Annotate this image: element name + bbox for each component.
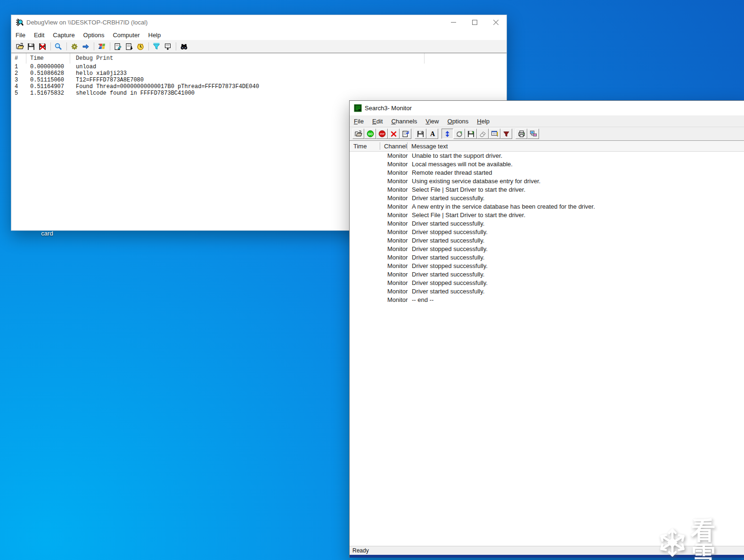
search3-menu-item[interactable]: Options (443, 115, 473, 127)
monitor-message-row[interactable]: Monitor Driver started successfully. (350, 219, 744, 228)
column-header-channel[interactable]: Channel (380, 142, 408, 150)
log-row-text: T12=FFFFD7873A8E7080 (70, 77, 425, 83)
column-header-message[interactable]: Message text (408, 143, 744, 150)
autoscroll-icon[interactable] (124, 42, 134, 51)
debugview-menu-item[interactable]: Computer (108, 30, 144, 40)
debugview-log-row[interactable]: 2 0.51086628 hello xia0ji233 (11, 70, 507, 77)
monitor-message-row[interactable]: Monitor Driver started successfully. (350, 287, 744, 296)
zoom-icon[interactable] (54, 42, 63, 51)
debugview-menu-item[interactable]: File (11, 30, 30, 40)
save-icon[interactable] (26, 42, 36, 51)
message-time (350, 203, 380, 211)
message-text: Driver stopped successfully. (408, 262, 744, 270)
open-icon[interactable] (15, 42, 25, 51)
message-channel: Monitor (380, 245, 408, 253)
refresh-query-icon[interactable]: ? (453, 129, 465, 139)
search3-menu-item[interactable]: View (421, 115, 443, 127)
message-channel: Monitor (380, 169, 408, 177)
debugview-log-row[interactable]: 1 0.00000000 unload (11, 64, 507, 70)
debugview-log-row[interactable]: 5 1.51675832 shellcode found in FFFFD787… (11, 90, 507, 97)
message-channel: Monitor (380, 219, 408, 228)
monitor-message-row[interactable]: Monitor -- end -- (350, 296, 744, 304)
column-header-time[interactable]: Time (350, 142, 380, 150)
save-icon[interactable] (415, 129, 426, 139)
log-row-num: 1 (11, 64, 26, 70)
status-text: Ready (352, 547, 369, 554)
close-button[interactable] (485, 15, 507, 30)
highlight-filter-icon[interactable] (163, 42, 172, 51)
debugview-log-row[interactable]: 4 0.51164907 Found Thread=00000000000017… (11, 83, 507, 90)
svg-text:GO: GO (368, 132, 373, 136)
debugview-titlebar[interactable]: DebugView on \\DESKTOP-CRBH7ID (local) (11, 15, 507, 30)
svg-text:?: ? (460, 130, 462, 135)
comment-icon[interactable] (113, 42, 123, 51)
monitor-message-row[interactable]: Monitor Driver started successfully. (350, 194, 744, 203)
snowflake-icon (658, 528, 687, 557)
desktop-icon-label-card[interactable]: card (32, 230, 62, 237)
find-icon[interactable] (179, 42, 188, 51)
monitor-message-row[interactable]: Monitor Driver stopped successfully. (350, 228, 744, 236)
log-row-num: 3 (11, 77, 26, 83)
monitor-message-row[interactable]: Monitor Select File | Start Driver to st… (350, 211, 744, 219)
monitor-message-row[interactable]: Monitor Driver stopped successfully. (350, 245, 744, 253)
properties-icon[interactable] (400, 129, 411, 139)
log-to-file-icon[interactable] (38, 42, 47, 51)
monitor-message-row[interactable]: Monitor Using existing service database … (350, 177, 744, 186)
search3-menu-item[interactable]: Channels (387, 115, 421, 127)
log-row-num: 4 (11, 83, 26, 90)
maximize-button[interactable] (464, 15, 485, 30)
monitor-message-row[interactable]: Monitor Driver started successfully. (350, 270, 744, 279)
open-icon[interactable] (352, 129, 364, 139)
monitor-message-row[interactable]: Monitor A new entry in the service datab… (350, 203, 744, 211)
passthrough-arrow-icon[interactable] (81, 42, 90, 51)
erase-icon[interactable] (477, 129, 489, 139)
capture-events-icon[interactable] (70, 42, 79, 51)
search3-menu-item[interactable]: Help (473, 115, 494, 127)
search3-monitor-window: Search3- Monitor File Edit Channels View… (349, 100, 744, 558)
debugview-log-row[interactable]: 3 0.51115060 T12=FFFFD7873A8E7080 (11, 77, 507, 83)
print-icon[interactable] (515, 129, 527, 139)
monitor-message-row[interactable]: Monitor Unable to start the support driv… (350, 152, 744, 160)
search3-menu-item[interactable]: File (350, 115, 368, 127)
svg-text:?: ? (472, 130, 474, 135)
column-header-debug-print[interactable]: Debug Print (70, 53, 425, 64)
debugview-menu-item[interactable]: Edit (30, 30, 49, 40)
monitor-message-row[interactable]: Monitor Driver stopped successfully. (350, 279, 744, 287)
monitor-message-row[interactable]: Monitor Driver started successfully. (350, 253, 744, 262)
font-icon[interactable]: A (426, 129, 438, 139)
monitor-message-row[interactable]: Monitor Driver stopped successfully. (350, 262, 744, 270)
search3-titlebar[interactable]: Search3- Monitor (350, 101, 744, 115)
filter-icon[interactable] (500, 129, 512, 139)
minimize-button[interactable] (443, 15, 464, 30)
clear-icon[interactable] (388, 129, 400, 139)
message-text: Driver started successfully. (408, 219, 744, 228)
go-icon[interactable]: GO (364, 129, 376, 139)
monitor-message-row[interactable]: Monitor Local messages will not be avail… (350, 160, 744, 169)
column-header-num[interactable]: # (11, 53, 26, 64)
clock-icon[interactable] (136, 42, 145, 51)
log-row-time: 0.00000000 (26, 64, 70, 70)
message-time (350, 236, 380, 245)
monitor-message-row[interactable]: Monitor Remote reader thread started (350, 169, 744, 177)
toolbar-separator (148, 42, 149, 50)
edit-window-icon[interactable] (489, 129, 500, 139)
autoscroll-icon[interactable] (441, 129, 453, 139)
network-icon[interactable] (527, 129, 539, 139)
log-row-time: 0.51164907 (26, 83, 70, 90)
capture-kernel-windows-icon[interactable] (97, 42, 106, 51)
debugview-menu-item[interactable]: Options (79, 30, 109, 40)
monitor-message-row[interactable]: Monitor Select File | Start Driver to st… (350, 186, 744, 194)
debugview-rows: 1 0.00000000 unload 2 0.51086628 hello x… (11, 64, 507, 97)
debugview-menu-item[interactable]: Capture (49, 30, 79, 40)
search3-title: Search3- Monitor (365, 105, 412, 112)
search3-menu-item[interactable]: Edit (368, 115, 387, 127)
filter-icon[interactable] (152, 42, 161, 51)
column-header-time[interactable]: Time (26, 53, 70, 64)
stop-icon[interactable]: STOP (376, 129, 388, 139)
save-query-icon[interactable]: ? (465, 129, 477, 139)
desktop: DebugView on \\DESKTOP-CRBH7ID (local) F… (0, 0, 744, 560)
monitor-message-row[interactable]: Monitor Driver started successfully. (350, 236, 744, 245)
debugview-menu-item[interactable]: Help (144, 30, 165, 40)
log-row-time: 0.51086628 (26, 70, 70, 77)
toolbar-separator (94, 42, 94, 50)
